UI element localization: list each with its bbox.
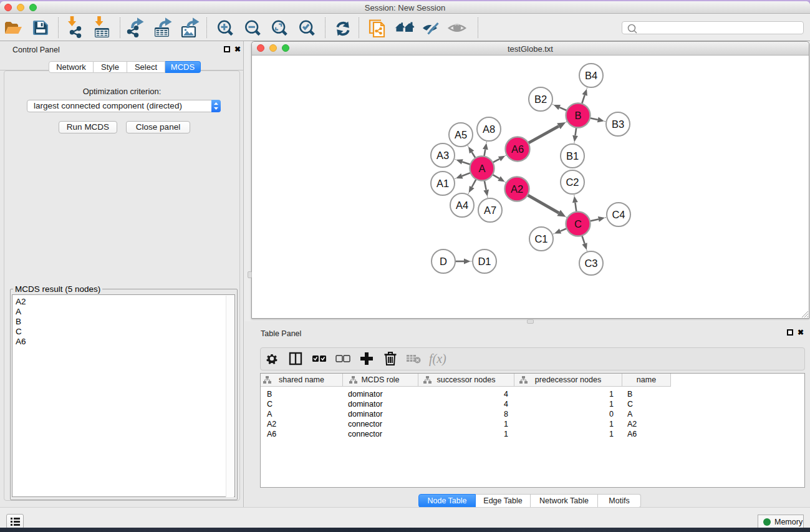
svg-text:D1: D1 bbox=[478, 256, 491, 267]
svg-text:A6: A6 bbox=[511, 143, 524, 155]
svg-text:A1: A1 bbox=[436, 178, 449, 189]
svg-text:B3: B3 bbox=[612, 118, 624, 130]
svg-text:f(x): f(x) bbox=[429, 352, 446, 366]
svg-text:A2: A2 bbox=[511, 183, 523, 195]
svg-text:C4: C4 bbox=[612, 209, 625, 220]
svg-text:B2: B2 bbox=[534, 94, 547, 105]
svg-text:B4: B4 bbox=[585, 70, 597, 81]
svg-text:A8: A8 bbox=[483, 123, 495, 135]
svg-text:B: B bbox=[574, 110, 581, 121]
svg-text:B1: B1 bbox=[566, 150, 579, 162]
svg-text:C1: C1 bbox=[534, 233, 547, 244]
svg-text:D: D bbox=[440, 256, 447, 267]
svg-text:C: C bbox=[574, 218, 582, 230]
svg-text:A5: A5 bbox=[455, 129, 467, 140]
svg-text:A3: A3 bbox=[436, 150, 449, 161]
svg-text:C2: C2 bbox=[566, 177, 579, 188]
svg-text:C3: C3 bbox=[584, 258, 597, 269]
svg-text:A7: A7 bbox=[484, 205, 496, 216]
svg-text:A: A bbox=[478, 163, 485, 174]
svg-text:A4: A4 bbox=[456, 200, 468, 211]
